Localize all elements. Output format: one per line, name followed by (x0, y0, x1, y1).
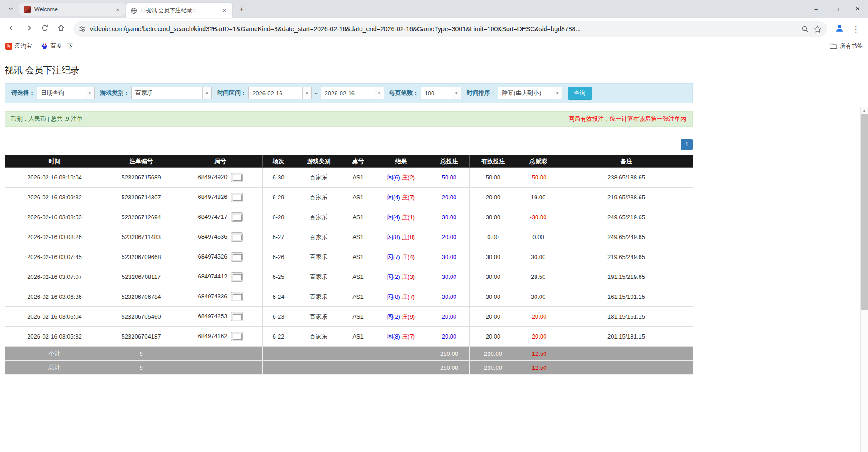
cell-table: AS1 (343, 188, 373, 207)
bookmarks-bar: 淘 爱淘宝 百度一下 所有书签 (0, 40, 868, 53)
cell-game: 百家乐 (294, 227, 343, 247)
cell-session: 6-25 (263, 267, 294, 287)
tab-bet-records[interactable]: :::视讯 会员下注纪录::: × (126, 3, 232, 18)
cell-bet-id: 523206711483 (104, 227, 178, 247)
cell-valid-bet: 30.00 (470, 287, 517, 307)
date-separator: ~ (314, 90, 318, 97)
forward-button[interactable] (21, 21, 36, 37)
cell-valid-bet: 50.00 (470, 168, 517, 188)
subtotal-valid-bet: 230.00 (470, 347, 517, 361)
cell-game: 百家乐 (294, 207, 343, 227)
dropdown-arrow-icon: ▼ (202, 87, 211, 99)
cell-round: 684974920 (178, 168, 263, 188)
page-size-value: 100 (421, 87, 452, 99)
all-bookmarks-button[interactable]: 所有书签 (830, 42, 863, 50)
profile-avatar[interactable] (832, 21, 847, 37)
scroll-up-icon[interactable]: ▲ (861, 107, 868, 114)
round-detail-icon[interactable] (231, 292, 243, 301)
zoom-icon[interactable] (801, 25, 809, 33)
cell-round: 684974336 (178, 287, 263, 307)
date-start-select[interactable]: 2026-02-16 ▼ (248, 87, 312, 99)
taobao-favicon-icon: 淘 (5, 43, 12, 50)
cell-payout: 30.00 (517, 247, 560, 267)
round-detail-icon[interactable] (231, 212, 243, 222)
cell-note: 181.15/161.15 (560, 307, 693, 327)
cell-note: 219.65/238.65 (560, 188, 693, 207)
query-type-value: 日期查询 (37, 87, 85, 99)
tab-close-icon[interactable]: × (221, 7, 228, 14)
query-type-select[interactable]: 日期查询 ▼ (37, 87, 95, 99)
cell-game: 百家乐 (294, 267, 343, 287)
reload-button[interactable] (37, 21, 52, 37)
bookmarks-divider (825, 43, 825, 50)
close-window-button[interactable]: × (847, 0, 868, 18)
cell-session: 6-26 (263, 247, 294, 267)
cell-payout: 19.00 (517, 188, 560, 207)
cell-total-bet: 50.00 (429, 168, 470, 188)
table-row: 2026-02-16 03:06:04523206705460684974253… (5, 307, 693, 327)
cell-result: 闲(6) 庄(2) (373, 168, 429, 188)
round-detail-icon[interactable] (231, 193, 243, 202)
minimize-button[interactable]: – (806, 0, 826, 18)
cell-game: 百家乐 (294, 287, 343, 307)
cell-time: 2026-02-16 03:07:07 (5, 267, 104, 287)
browser-menu-button[interactable]: ⋮ (848, 21, 863, 37)
cell-bet-id: 523206714307 (104, 188, 178, 207)
url-text[interactable]: videoie.com/game/betrecord_search/kind3?… (90, 25, 797, 33)
bookmark-aitaobao[interactable]: 淘 爱淘宝 (5, 42, 32, 50)
column-header: 局号 (178, 155, 263, 168)
dropdown-arrow-icon: ▼ (375, 87, 384, 99)
total-label: 总计 (5, 361, 104, 375)
page-scrollbar[interactable]: ▲ ▼ (860, 107, 868, 452)
round-detail-icon[interactable] (231, 272, 243, 282)
page-size-select[interactable]: 100 ▼ (421, 87, 461, 99)
scrollbar-thumb[interactable] (861, 114, 868, 310)
bet-table-header-row: 时间注单编号局号场次游戏类别桌号结果总投注有效投注总派彩备注 (5, 155, 693, 168)
baidu-paw-icon (41, 43, 48, 50)
bookmark-baidu[interactable]: 百度一下 (41, 42, 73, 50)
home-button[interactable] (53, 21, 69, 37)
folder-icon (830, 43, 837, 50)
cell-table: AS1 (343, 327, 373, 347)
cell-total-bet: 20.00 (429, 307, 470, 327)
date-end-select[interactable]: 2026-02-16 ▼ (321, 87, 384, 99)
site-settings-icon[interactable] (79, 25, 86, 33)
cell-note: 238.65/188.65 (560, 168, 693, 188)
dropdown-arrow-icon: ▼ (302, 87, 311, 99)
round-detail-icon[interactable] (231, 312, 243, 321)
tab-close-icon[interactable]: × (114, 6, 121, 13)
cell-valid-bet: 0.00 (470, 227, 517, 247)
tab-welcome[interactable]: Welcome × (19, 3, 126, 16)
search-button[interactable]: 查询 (568, 87, 592, 100)
new-tab-button[interactable]: + (235, 3, 248, 16)
round-detail-icon[interactable] (231, 252, 243, 262)
game-kind-select[interactable]: 百家乐 ▼ (131, 87, 212, 99)
tab-title: Welcome (34, 6, 110, 13)
cell-payout: -20.00 (517, 327, 560, 347)
cell-result: 闲(8) 庄(7) (373, 327, 429, 347)
query-type-label: 请选择： (11, 89, 35, 97)
bookmark-label: 爱淘宝 (15, 42, 32, 50)
round-detail-icon[interactable] (231, 332, 243, 341)
page-viewport: 视讯 会员下注纪录 请选择： 日期查询 ▼ 游戏类别： 百家乐 ▼ 时间区间： … (0, 53, 868, 452)
back-button[interactable] (5, 21, 20, 37)
same-round-notice: 同局有效投注，统一计算在该局第一张注单内 (569, 115, 686, 123)
date-range-label: 时间区间： (217, 89, 247, 97)
round-detail-icon[interactable] (231, 232, 243, 242)
cell-time: 2026-02-16 03:07:45 (5, 247, 104, 267)
cell-table: AS1 (343, 207, 373, 227)
cell-result: 闲(8) 庄(7) (373, 287, 429, 307)
tab-search-button[interactable] (5, 3, 17, 15)
round-detail-icon[interactable] (231, 173, 243, 182)
page-1-button[interactable]: 1 (681, 139, 693, 150)
sort-select[interactable]: 降幂(由大到小) ▼ (498, 87, 562, 99)
maximize-button[interactable]: □ (826, 0, 847, 18)
address-bar[interactable]: videoie.com/game/betrecord_search/kind3?… (73, 21, 827, 37)
cell-table: AS1 (343, 287, 373, 307)
cell-payout: -30.00 (517, 207, 560, 227)
cell-session: 6-30 (263, 168, 294, 188)
bookmark-star-icon[interactable] (813, 25, 822, 33)
cell-result: 闲(8) 庄(8) (373, 227, 429, 247)
column-header: 有效投注 (470, 155, 517, 168)
chevron-down-icon (8, 5, 14, 13)
